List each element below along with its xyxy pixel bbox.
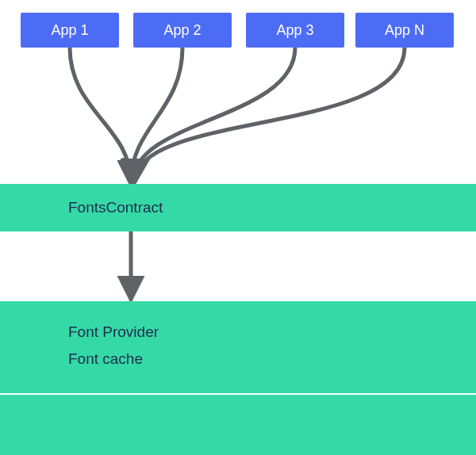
layer-bottom-block	[0, 395, 476, 455]
layer-font-provider: Font Provider	[0, 301, 476, 347]
layer-font-cache: Font cache	[0, 347, 476, 393]
arrow-appN-to-contract	[135, 48, 405, 181]
layer-fonts-contract: FontsContract	[0, 184, 476, 231]
arrow-app3-to-contract	[133, 48, 295, 181]
app-label: App 1	[51, 22, 88, 39]
app-label: App 2	[163, 22, 201, 39]
app-box-2: App 2	[133, 13, 232, 48]
app-box-3: App 3	[246, 13, 344, 48]
arrow-app2-to-contract	[131, 48, 182, 182]
layer-label: Font Provider	[68, 323, 159, 341]
app-box-1: App 1	[21, 13, 119, 48]
layer-label: Font cache	[68, 350, 143, 368]
app-label: App N	[385, 22, 424, 39]
app-box-n: App N	[355, 13, 454, 48]
arrow-app1-to-contract	[70, 48, 131, 182]
diagram-canvas: App 1 App 2 App 3 App N FontsContract Fo…	[0, 0, 476, 455]
layer-label: FontsContract	[68, 199, 163, 216]
app-label: App 3	[276, 22, 313, 39]
